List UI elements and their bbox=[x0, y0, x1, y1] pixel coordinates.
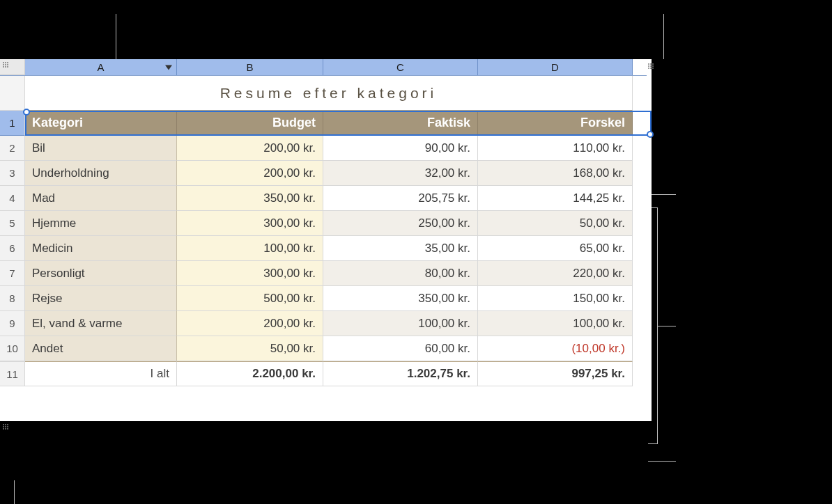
row-header-11[interactable]: 11 bbox=[0, 361, 25, 386]
row-header-2[interactable]: 2 bbox=[0, 136, 25, 161]
column-header-a[interactable]: A bbox=[25, 59, 177, 75]
footer-faktisk[interactable]: 1.202,75 kr. bbox=[323, 361, 478, 386]
row-header-4[interactable]: 4 bbox=[0, 186, 25, 211]
column-menu-dropdown-icon[interactable] bbox=[165, 65, 172, 70]
cell-faktisk[interactable]: 80,00 kr. bbox=[323, 261, 478, 286]
cell-forskel[interactable]: 110,00 kr. bbox=[478, 136, 633, 161]
column-label: C bbox=[396, 61, 404, 73]
cell-text: 205,75 kr. bbox=[418, 191, 470, 205]
row-header-3[interactable]: 3 bbox=[0, 161, 25, 186]
cell-budget[interactable]: 200,00 kr. bbox=[177, 311, 323, 336]
row-header-7[interactable]: 7 bbox=[0, 261, 25, 286]
header-cell-budget[interactable]: Budget bbox=[177, 111, 323, 136]
table-corner-handle[interactable] bbox=[0, 59, 25, 75]
cell-budget[interactable]: 200,00 kr. bbox=[177, 136, 323, 161]
svg-point-17 bbox=[652, 68, 654, 69]
column-header-b[interactable]: B bbox=[177, 59, 323, 75]
cell-budget[interactable]: 350,00 kr. bbox=[177, 186, 323, 211]
cell-faktisk[interactable]: 90,00 kr. bbox=[323, 136, 478, 161]
row-number: 6 bbox=[9, 242, 15, 254]
cell-kategori[interactable]: Personligt bbox=[25, 261, 177, 286]
cell-forskel[interactable]: 144,25 kr. bbox=[478, 186, 633, 211]
svg-point-4 bbox=[5, 64, 6, 65]
cell-text: 350,00 kr. bbox=[263, 191, 316, 205]
table-row: 4 Mad 350,00 kr. 205,75 kr. 144,25 kr. bbox=[0, 186, 652, 211]
cell-forskel[interactable]: 100,00 kr. bbox=[478, 311, 633, 336]
add-row-handle[interactable] bbox=[1, 423, 10, 431]
cell-kategori[interactable]: El, vand & varme bbox=[25, 311, 177, 336]
svg-point-26 bbox=[7, 428, 8, 430]
svg-point-8 bbox=[7, 66, 8, 68]
svg-point-6 bbox=[3, 66, 4, 68]
cell-kategori[interactable]: Andet bbox=[25, 336, 177, 361]
cell-faktisk[interactable]: 100,00 kr. bbox=[323, 311, 478, 336]
cell-forskel[interactable]: 65,00 kr. bbox=[478, 236, 633, 261]
cell-budget[interactable]: 100,00 kr. bbox=[177, 236, 323, 261]
cell-forskel[interactable]: 150,00 kr. bbox=[478, 286, 633, 311]
cell-budget[interactable]: 50,00 kr. bbox=[177, 336, 323, 361]
footer-label-cell[interactable]: I alt bbox=[25, 361, 177, 386]
cell-forskel[interactable]: 50,00 kr. bbox=[478, 211, 633, 236]
add-column-handle[interactable] bbox=[647, 62, 655, 70]
column-header-d[interactable]: D bbox=[478, 59, 633, 75]
row-header-5[interactable]: 5 bbox=[0, 211, 25, 236]
cell-faktisk[interactable]: 350,00 kr. bbox=[323, 286, 478, 311]
cell-text: Bil bbox=[32, 141, 45, 155]
row-number: 7 bbox=[9, 267, 15, 279]
cell-kategori[interactable]: Medicin bbox=[25, 236, 177, 261]
cell-text: 60,00 kr. bbox=[425, 342, 470, 356]
header-cell-forskel[interactable]: Forskel bbox=[478, 111, 633, 136]
cell-text: 200,00 kr. bbox=[263, 317, 316, 331]
row-number: 1 bbox=[9, 117, 15, 129]
svg-point-22 bbox=[5, 426, 6, 427]
row-header-blank[interactable] bbox=[0, 76, 25, 111]
table-title[interactable]: Resume efter kategori bbox=[25, 76, 633, 111]
row-header-9[interactable]: 9 bbox=[0, 311, 25, 336]
svg-point-25 bbox=[5, 428, 6, 430]
cell-text: El, vand & varme bbox=[32, 317, 122, 331]
row-header-10[interactable]: 10 bbox=[0, 336, 25, 361]
cell-text: 300,00 kr. bbox=[263, 267, 316, 281]
footer-budget[interactable]: 2.200,00 kr. bbox=[177, 361, 323, 386]
row-header-6[interactable]: 6 bbox=[0, 236, 25, 261]
cell-kategori[interactable]: Underholdning bbox=[25, 161, 177, 186]
callout-line bbox=[648, 194, 676, 195]
cell-text: I alt bbox=[151, 367, 169, 381]
spreadsheet-table: A B C D Resume efter kategori 1 Kategori… bbox=[0, 59, 652, 421]
svg-point-20 bbox=[7, 424, 8, 425]
cell-kategori[interactable]: Mad bbox=[25, 186, 177, 211]
svg-point-14 bbox=[652, 65, 654, 67]
cell-text: 100,00 kr. bbox=[263, 242, 316, 255]
cell-kategori[interactable]: Bil bbox=[25, 136, 177, 161]
cell-faktisk[interactable]: 32,00 kr. bbox=[323, 161, 478, 186]
cell-faktisk[interactable]: 205,75 kr. bbox=[323, 186, 478, 211]
cell-text: Personligt bbox=[32, 267, 85, 281]
cell-text: 200,00 kr. bbox=[263, 166, 316, 180]
cell-budget[interactable]: 200,00 kr. bbox=[177, 161, 323, 186]
cell-faktisk[interactable]: 250,00 kr. bbox=[323, 211, 478, 236]
cell-budget[interactable]: 300,00 kr. bbox=[177, 261, 323, 286]
cell-text: 168,00 kr. bbox=[573, 166, 625, 180]
table-row: 2 Bil 200,00 kr. 90,00 kr. 110,00 kr. bbox=[0, 136, 652, 161]
cell-forskel[interactable]: (10,00 kr.) bbox=[478, 336, 633, 361]
row-header-1[interactable]: 1 bbox=[0, 111, 25, 136]
cell-forskel[interactable]: 220,00 kr. bbox=[478, 261, 633, 286]
cell-budget[interactable]: 300,00 kr. bbox=[177, 211, 323, 236]
svg-point-1 bbox=[5, 62, 6, 63]
cell-faktisk[interactable]: 35,00 kr. bbox=[323, 236, 478, 261]
cell-kategori[interactable]: Hjemme bbox=[25, 211, 177, 236]
svg-point-3 bbox=[3, 64, 4, 65]
header-cell-faktisk[interactable]: Faktisk bbox=[323, 111, 478, 136]
cell-budget[interactable]: 500,00 kr. bbox=[177, 286, 323, 311]
table-row: 8 Rejse 500,00 kr. 350,00 kr. 150,00 kr. bbox=[0, 286, 652, 311]
cell-kategori[interactable]: Rejse bbox=[25, 286, 177, 311]
cell-faktisk[interactable]: 60,00 kr. bbox=[323, 336, 478, 361]
cell-text: Andet bbox=[32, 342, 63, 356]
footer-forskel[interactable]: 997,25 kr. bbox=[478, 361, 633, 386]
header-cell-kategori[interactable]: Kategori bbox=[25, 111, 177, 136]
cell-text: 32,00 kr. bbox=[425, 166, 470, 180]
row-header-8[interactable]: 8 bbox=[0, 286, 25, 311]
cell-forskel[interactable]: 168,00 kr. bbox=[478, 161, 633, 186]
column-header-c[interactable]: C bbox=[323, 59, 478, 75]
cell-text: Underholdning bbox=[32, 166, 109, 180]
